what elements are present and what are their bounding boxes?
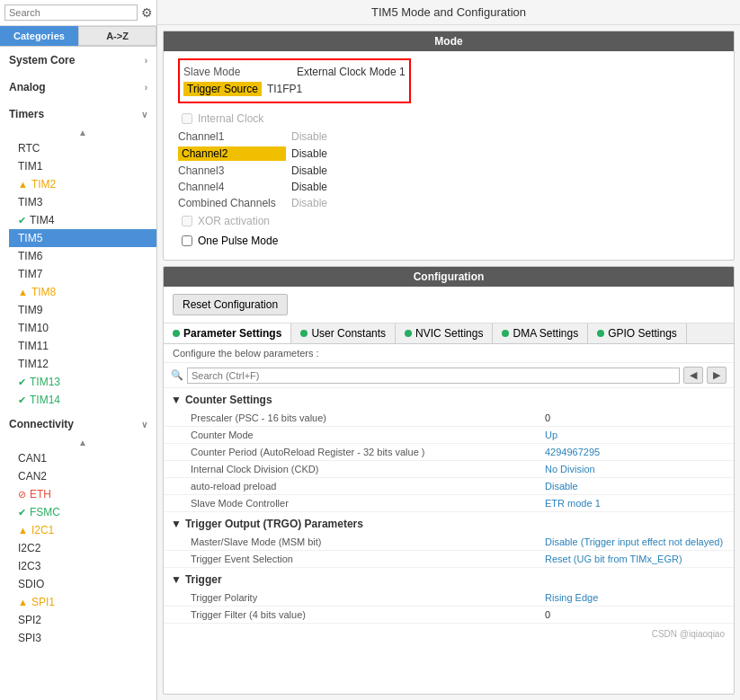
- sidebar-item-tim6[interactable]: TIM6: [9, 247, 156, 265]
- trigger-source-label: Trigger Source: [183, 82, 262, 96]
- sidebar-item-tim1[interactable]: TIM1: [9, 157, 156, 175]
- sidebar-item-tim14[interactable]: ✔ TIM14: [9, 391, 156, 409]
- scroll-up-connectivity[interactable]: ▲: [78, 438, 87, 447]
- reset-bar: Reset Configuration: [164, 287, 734, 323]
- param-search-input[interactable]: [187, 368, 680, 384]
- sidebar-item-spi3[interactable]: SPI3: [9, 629, 156, 647]
- param-auto-reload: auto-reload preload Disable: [164, 478, 734, 495]
- param-trigger-event: Trigger Event Selection Reset (UG bit fr…: [164, 551, 734, 568]
- channel1-label: Channel1: [178, 130, 286, 143]
- tab-dma-settings[interactable]: DMA Settings: [493, 323, 588, 343]
- section-header-analog[interactable]: Analog ›: [0, 75, 156, 99]
- tim3-label: TIM3: [18, 196, 42, 208]
- internal-clock-checkbox[interactable]: [182, 113, 192, 124]
- trigger-header[interactable]: ▼ Trigger: [164, 570, 734, 589]
- tab-nvic-settings-label: NVIC Settings: [415, 327, 483, 340]
- page-title: TIM5 Mode and Configuration: [157, 0, 740, 25]
- sdio-label: SDIO: [18, 578, 44, 590]
- counter-settings-header[interactable]: ▼ Counter Settings: [164, 390, 734, 410]
- tab-atoz[interactable]: A->Z: [78, 26, 156, 46]
- spi2-label: SPI2: [18, 614, 41, 626]
- sidebar-item-i2c3[interactable]: I2C3: [9, 557, 156, 575]
- sidebar-item-can1[interactable]: CAN1: [9, 449, 156, 467]
- check-icon-tim13: ✔: [18, 377, 26, 388]
- tab-categories[interactable]: Categories: [0, 26, 78, 46]
- chevron-analog: ›: [145, 83, 147, 93]
- reset-config-button[interactable]: Reset Configuration: [173, 294, 288, 315]
- slave-mode-ctrl-value: ETR mode 1: [545, 498, 725, 509]
- one-pulse-checkbox[interactable]: [182, 235, 192, 246]
- sidebar-item-rtc[interactable]: RTC: [9, 139, 156, 157]
- i2c3-label: I2C3: [18, 560, 40, 572]
- trgo-header[interactable]: ▼ Trigger Output (TRGO) Parameters: [164, 514, 734, 534]
- msm-value: Disable (Trigger input effect not delaye…: [545, 536, 725, 547]
- timers-children: ▲ RTC TIM1 ▲ TIM2 TIM3 ✔ TIM4 TIM5 TIM6 …: [0, 126, 156, 409]
- search-icon: 🔍: [171, 369, 183, 381]
- dot-gpio-settings: [597, 330, 604, 337]
- dot-dma-settings: [502, 330, 509, 337]
- sidebar-item-tim4[interactable]: ✔ TIM4: [9, 211, 156, 229]
- section-header-connectivity[interactable]: Connectivity ∨: [0, 412, 156, 436]
- warn-icon-tim2: ▲: [18, 179, 28, 190]
- tim5-label: TIM5: [18, 232, 42, 244]
- combined-channels-label: Combined Channels: [178, 197, 286, 209]
- xor-label: XOR activation: [198, 215, 270, 227]
- sidebar-item-tim7[interactable]: TIM7: [9, 265, 156, 283]
- search-input[interactable]: [4, 4, 138, 21]
- prev-param-button[interactable]: ◀: [683, 367, 703, 384]
- tab-gpio-settings[interactable]: GPIO Settings: [588, 323, 687, 343]
- counter-period-value: 4294967295: [545, 447, 725, 457]
- sidebar-item-spi2[interactable]: SPI2: [9, 611, 156, 629]
- check-icon-tim4: ✔: [18, 215, 26, 226]
- sidebar-item-spi1[interactable]: ▲ SPI1: [9, 593, 156, 611]
- section-label-timers: Timers: [9, 108, 44, 120]
- warn-icon-i2c1: ▲: [18, 525, 28, 536]
- tim4-label: TIM4: [30, 214, 54, 226]
- sidebar-item-i2c2[interactable]: I2C2: [9, 539, 156, 557]
- tim13-label: TIM13: [30, 376, 60, 388]
- tab-parameter-settings[interactable]: Parameter Settings: [164, 323, 291, 343]
- xor-checkbox[interactable]: [182, 216, 192, 226]
- main-panel: TIM5 Mode and Configuration Mode Slave M…: [157, 0, 740, 700]
- section-header-timers[interactable]: Timers ∨: [0, 102, 156, 126]
- tim11-label: TIM11: [18, 340, 49, 352]
- sidebar-item-tim8[interactable]: ▲ TIM8: [9, 283, 156, 301]
- next-param-button[interactable]: ▶: [707, 367, 727, 384]
- clock-division-value: No Division: [545, 464, 725, 474]
- mode-section: Mode Slave Mode External Clock Mode 1 Tr…: [163, 31, 735, 261]
- counter-settings-label: Counter Settings: [185, 394, 272, 406]
- trigger-event-value: Reset (UG bit from TIMx_EGR): [545, 554, 725, 564]
- sidebar-item-can2[interactable]: CAN2: [9, 467, 156, 485]
- sidebar-item-tim3[interactable]: TIM3: [9, 193, 156, 211]
- tim12-label: TIM12: [18, 358, 49, 370]
- params-content: ▼ Counter Settings Prescaler (PSC - 16 b…: [164, 388, 734, 694]
- sidebar-item-sdio[interactable]: SDIO: [9, 575, 156, 593]
- sidebar-item-i2c1[interactable]: ▲ I2C1: [9, 521, 156, 539]
- trigger-group-label: Trigger: [185, 573, 222, 586]
- tab-dma-settings-label: DMA Settings: [513, 327, 578, 340]
- one-pulse-row: One Pulse Mode: [178, 233, 719, 249]
- param-search-bar: 🔍 ◀ ▶: [164, 363, 734, 388]
- sidebar-item-tim10[interactable]: TIM10: [9, 319, 156, 337]
- sidebar-item-eth[interactable]: ⊘ ETH: [9, 485, 156, 503]
- warn-icon-tim8: ▲: [18, 287, 28, 297]
- i2c2-label: I2C2: [18, 542, 40, 554]
- gear-icon[interactable]: ⚙: [141, 5, 153, 20]
- section-header-system-core[interactable]: System Core ›: [0, 49, 156, 72]
- sidebar-item-tim2[interactable]: ▲ TIM2: [9, 175, 156, 193]
- tab-user-constants[interactable]: User Constants: [291, 323, 396, 343]
- param-prescaler: Prescaler (PSC - 16 bits value) 0: [164, 410, 734, 427]
- sidebar-item-tim13[interactable]: ✔ TIM13: [9, 373, 156, 391]
- tim9-label: TIM9: [18, 304, 42, 316]
- tim10-label: TIM10: [18, 322, 49, 334]
- internal-clock-row: Internal Clock: [178, 111, 719, 127]
- section-analog: Analog ›: [0, 74, 156, 101]
- param-clock-division: Internal Clock Division (CKD) No Divisio…: [164, 461, 734, 478]
- sidebar-item-tim11[interactable]: TIM11: [9, 337, 156, 355]
- sidebar-item-fsmc[interactable]: ✔ FSMC: [9, 503, 156, 521]
- sidebar-item-tim5[interactable]: TIM5: [9, 229, 156, 247]
- sidebar-item-tim12[interactable]: TIM12: [9, 355, 156, 373]
- scroll-up-timers[interactable]: ▲: [78, 128, 87, 137]
- tab-nvic-settings[interactable]: NVIC Settings: [396, 323, 493, 343]
- sidebar-item-tim9[interactable]: TIM9: [9, 301, 156, 319]
